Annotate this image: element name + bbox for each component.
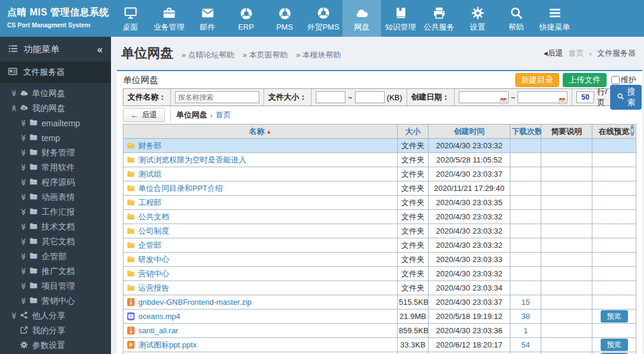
sidebar-item-label: 企管部: [42, 251, 66, 262]
topnav-item-help[interactable]: 帮助: [497, 0, 535, 37]
size-max-input[interactable]: [355, 91, 385, 103]
topnav-item-quick-menu[interactable]: 快捷菜单: [535, 0, 574, 37]
sidebar-item-source-code[interactable]: ≫程序源码: [0, 175, 111, 190]
sidebar-item-animations[interactable]: ≫动画表情: [0, 190, 111, 205]
name-cell: oceans.mp4: [123, 310, 398, 324]
gear-icon: [471, 5, 485, 20]
chevron-down-icon: ≫: [20, 119, 29, 127]
file-link[interactable]: 测试浏览权限为空时是否能进入: [138, 155, 246, 164]
folder-icon: [126, 155, 135, 164]
downloads-link[interactable]: 1: [524, 326, 528, 335]
sidebar-collapse-button[interactable]: «: [97, 44, 103, 56]
file-link[interactable]: 研发中心: [138, 255, 169, 264]
note-cell: [541, 167, 592, 181]
maintain-checkbox[interactable]: [611, 76, 620, 84]
sidebar-item-my-disk[interactable]: ≪我的网盘: [0, 101, 111, 116]
sidebar-item-param-settings[interactable]: 参数设置: [0, 338, 111, 353]
app-logo[interactable]: 点晴 MIS 管理信息系统 CS Port Managment System: [0, 0, 111, 37]
note-cell: [541, 295, 592, 310]
sidebar-item-marketing-center[interactable]: ≫营销中心: [0, 294, 111, 308]
share-out-icon: [20, 326, 28, 336]
sidebar-item-promo-docs[interactable]: ≫推广文档: [0, 264, 111, 279]
sidebar-item-label: 动画表情: [42, 192, 75, 203]
topnav-item-knowledge-mgmt[interactable]: 知识管理: [381, 0, 420, 37]
downloads-link[interactable]: 15: [521, 298, 529, 307]
search-icon: [509, 5, 524, 20]
sidebar-item-common-software[interactable]: ≫常用软件: [0, 160, 111, 175]
sidebar-item-work-report[interactable]: ≫工作汇报: [0, 205, 111, 219]
breadcrumb-home-link[interactable]: 首页: [215, 110, 231, 120]
size-min-input[interactable]: [316, 91, 345, 103]
topnav-item-settings[interactable]: 设置: [458, 0, 497, 37]
preview-cell: 预览: [592, 352, 636, 354]
back-link[interactable]: ◀后退: [544, 48, 563, 59]
column-header-downloads[interactable]: 下载次数: [510, 125, 541, 139]
file-link[interactable]: 工程部: [138, 198, 161, 207]
note-cell: [541, 139, 592, 153]
topnav-item-trade-pms[interactable]: 外贸PMS: [304, 0, 342, 37]
topnav-item-mail[interactable]: 邮件: [188, 0, 227, 37]
file-link[interactable]: 企管部: [138, 241, 161, 250]
column-header-size[interactable]: 大小: [398, 125, 429, 139]
file-link[interactable]: gnbdev-GNBFrontend-master.zip: [138, 298, 252, 307]
file-link[interactable]: 公共文档: [138, 212, 169, 221]
folder-icon: [126, 170, 135, 178]
date-to-input[interactable]: [518, 91, 567, 103]
sidebar-item-finance-mgmt[interactable]: ≫财务管理: [0, 145, 111, 160]
back-button[interactable]: ←后退: [123, 108, 165, 122]
topnav-item-desktop[interactable]: 桌面: [111, 0, 150, 37]
sidebar-item-file-server[interactable]: 文件服务器: [0, 62, 111, 83]
column-header-created[interactable]: 创建时间: [429, 125, 510, 139]
downloads-link[interactable]: 54: [521, 340, 529, 349]
size-cell: 859.5KB: [398, 324, 429, 338]
file-link[interactable]: 营销中心: [138, 269, 169, 278]
search-button[interactable]: 搜索: [610, 85, 642, 110]
folder-icon: [126, 184, 135, 193]
size-cell: 文件夹: [398, 167, 429, 181]
topnav-item-pms[interactable]: PMS: [265, 0, 304, 37]
file-link[interactable]: 财务部: [138, 141, 161, 150]
sidebar-item-project-mgmt[interactable]: ≫项目管理: [0, 279, 111, 294]
preview-cell: [592, 139, 636, 153]
topnav-item-business-mgmt[interactable]: 业务管理: [150, 0, 188, 37]
sidebar-item-tech-docs[interactable]: ≫技术文档: [0, 219, 111, 234]
size-cell: 文件夹: [398, 181, 429, 196]
preview-button[interactable]: 预览: [601, 339, 628, 351]
file-link[interactable]: 单位合同目录和PPT介绍: [138, 184, 223, 193]
sidebar-item-others-share[interactable]: ≫他人分享: [0, 308, 111, 323]
sidebar-item-qiguan-dept[interactable]: ≫企管部: [0, 249, 111, 264]
file-link[interactable]: 运营报告: [138, 283, 169, 292]
file-link[interactable]: 测试组: [138, 170, 161, 178]
column-scroll-icons[interactable]: ≪≫: [629, 125, 635, 136]
note-cell: [541, 281, 592, 295]
page-size-input[interactable]: [576, 91, 594, 103]
file-link[interactable]: 公司制度: [138, 227, 169, 235]
sidebar-item-my-share[interactable]: 我的分享: [0, 323, 111, 338]
help-link[interactable]: » 本模块帮助: [296, 50, 341, 60]
content-header: 单位网盘 » 点晴论坛帮助» 本页面帮助» 本模块帮助 ◀后退 首页 › 文件服…: [111, 37, 644, 70]
topnav-item-public-service[interactable]: 公共服务: [420, 0, 458, 37]
sidebar-item-emailtemp[interactable]: ≫emailtemp: [0, 116, 111, 130]
help-link[interactable]: » 本页面帮助: [243, 50, 288, 60]
topnav-item-erp[interactable]: ERP: [227, 0, 265, 37]
preview-button[interactable]: 预览: [601, 310, 628, 323]
topnav-item-netdisk[interactable]: 网盘: [342, 0, 381, 37]
home-link[interactable]: 首页: [569, 48, 584, 59]
file-link[interactable]: santi_all.rar: [138, 326, 178, 335]
chevron-down-icon: ≫: [20, 223, 29, 231]
new-directory-button[interactable]: 新建目录: [515, 73, 559, 87]
sidebar-item-unit-disk[interactable]: ≫单位网盘: [0, 86, 111, 101]
sidebar-item-temp[interactable]: ≫temp: [0, 130, 111, 145]
sidebar-item-other-docs[interactable]: ≫其它文档: [0, 234, 111, 249]
breadcrumb-root[interactable]: 单位网盘: [176, 110, 207, 120]
column-header-name[interactable]: 名称▲: [123, 125, 398, 139]
downloads-link[interactable]: 38: [521, 312, 529, 321]
file-link[interactable]: 测试图标ppt.pptx: [138, 340, 196, 349]
note-cell: [541, 181, 592, 196]
sidebar-section-label: 文件服务器: [23, 67, 65, 78]
upload-file-button[interactable]: 上传文件: [563, 73, 607, 87]
name-search-input[interactable]: [175, 91, 259, 103]
help-link[interactable]: » 点晴论坛帮助: [182, 50, 234, 60]
file-link[interactable]: oceans.mp4: [138, 312, 180, 321]
date-from-input[interactable]: [459, 91, 509, 103]
